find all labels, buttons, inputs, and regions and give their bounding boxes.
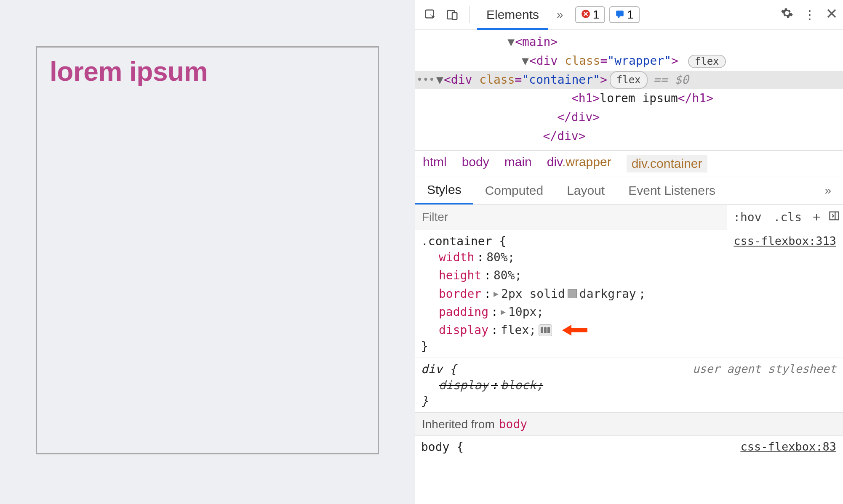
svg-rect-4 xyxy=(616,11,624,16)
container-box: lorem ipsum xyxy=(36,46,379,454)
rule-container[interactable]: .container { css-flexbox:313 width: 80%;… xyxy=(415,230,843,358)
decl-display[interactable]: display: flex; xyxy=(421,321,836,339)
error-badge[interactable]: 1 xyxy=(575,6,606,23)
cls-toggle[interactable]: .cls xyxy=(768,210,808,224)
kebab-menu-icon[interactable]: ⋮ xyxy=(803,7,816,22)
dom-tree[interactable]: ▼<main> ▼<div class="wrapper"> flex ••• … xyxy=(415,29,843,150)
close-icon[interactable] xyxy=(826,8,837,22)
subtab-computed[interactable]: Computed xyxy=(473,177,555,204)
dom-node-wrapper[interactable]: ▼<div class="wrapper"> flex xyxy=(415,52,843,71)
decl-border[interactable]: border: ▶ 2px solid darkgray; xyxy=(421,285,836,303)
annotation-arrow-icon xyxy=(562,324,587,337)
rule-selector[interactable]: body { xyxy=(421,440,464,454)
page-preview: lorem ipsum xyxy=(0,0,415,504)
ellipsis-icon[interactable]: ••• xyxy=(415,72,436,88)
expand-shorthand-icon[interactable]: ▶ xyxy=(501,305,506,318)
inherited-from-selector[interactable]: body xyxy=(499,417,527,431)
tabs-overflow-icon[interactable]: » xyxy=(552,8,568,21)
hov-toggle[interactable]: :hov xyxy=(727,210,767,224)
filter-input[interactable] xyxy=(415,205,727,230)
rule-body-partial[interactable]: body { css-flexbox:83 xyxy=(415,436,843,454)
inspect-icon[interactable] xyxy=(421,5,440,24)
message-badge[interactable]: 1 xyxy=(609,6,640,23)
devtools-panel: Elements » 1 1 ⋮ xyxy=(415,0,843,504)
add-rule-button[interactable]: + xyxy=(808,210,825,225)
color-swatch[interactable] xyxy=(568,289,577,298)
toggle-sidebar-icon[interactable] xyxy=(825,210,843,225)
subtabs-overflow-icon[interactable]: » xyxy=(813,177,843,204)
decl-width[interactable]: width: 80%; xyxy=(421,248,836,266)
inherited-from-bar: Inherited from body xyxy=(415,413,843,436)
rule-close-brace: } xyxy=(421,394,836,408)
inherited-label: Inherited from xyxy=(422,418,495,431)
subtab-layout[interactable]: Layout xyxy=(555,177,616,204)
rule-source-link[interactable]: css-flexbox:83 xyxy=(740,440,836,453)
dom-node-main[interactable]: ▼<main> xyxy=(415,33,843,52)
styles-rules: .container { css-flexbox:313 width: 80%;… xyxy=(415,230,843,504)
expand-shorthand-icon[interactable]: ▶ xyxy=(494,287,499,300)
flexbox-editor-icon[interactable] xyxy=(539,324,552,336)
message-icon xyxy=(615,8,624,21)
svg-rect-2 xyxy=(452,13,457,19)
crumb-wrapper[interactable]: div.wrapper xyxy=(547,155,611,172)
styles-filter-bar: :hov .cls + xyxy=(415,205,843,230)
decl-padding[interactable]: padding: ▶ 10px; xyxy=(421,303,836,321)
flex-badge[interactable]: flex xyxy=(688,55,726,68)
devtools-toolbar: Elements » 1 1 ⋮ xyxy=(415,0,843,29)
rule-source-link[interactable]: css-flexbox:313 xyxy=(734,234,836,247)
toolbar-divider xyxy=(469,6,470,23)
settings-icon[interactable] xyxy=(781,7,793,22)
crumb-body[interactable]: body xyxy=(462,155,489,172)
crumb-html[interactable]: html xyxy=(423,155,447,172)
crumb-main[interactable]: main xyxy=(504,155,532,172)
styles-subtabs: Styles Computed Layout Event Listeners » xyxy=(415,177,843,205)
tab-elements[interactable]: Elements xyxy=(477,1,548,30)
subtab-event-listeners[interactable]: Event Listeners xyxy=(616,177,727,204)
subtab-styles[interactable]: Styles xyxy=(415,177,473,204)
dom-node-close-container[interactable]: </div> xyxy=(415,108,843,127)
dom-node-close-wrapper[interactable]: </div> xyxy=(415,127,843,146)
rule-close-brace: } xyxy=(421,340,836,353)
rule-source-ua: user agent stylesheet xyxy=(693,362,836,375)
svg-rect-5 xyxy=(830,212,839,220)
decl-height[interactable]: height: 80%; xyxy=(421,266,836,284)
flex-badge[interactable]: flex xyxy=(610,71,648,89)
error-count: 1 xyxy=(593,8,600,21)
dom-node-h1[interactable]: <h1>lorem ipsum</h1> xyxy=(415,89,843,108)
selection-marker: == $0 xyxy=(654,71,689,90)
breadcrumb: html body main div.wrapper div.container xyxy=(415,150,843,177)
preview-heading: lorem ipsum xyxy=(50,56,365,87)
device-toggle-icon[interactable] xyxy=(443,5,462,24)
dom-node-container-selected[interactable]: ••• ▼<div class="container"> flex== $0 xyxy=(415,71,843,90)
message-count: 1 xyxy=(627,8,634,21)
crumb-container[interactable]: div.container xyxy=(627,155,707,172)
decl-display-overridden[interactable]: display: block; xyxy=(421,376,836,394)
rule-div-ua[interactable]: div { user agent stylesheet display: blo… xyxy=(415,358,843,413)
error-icon xyxy=(581,8,590,21)
